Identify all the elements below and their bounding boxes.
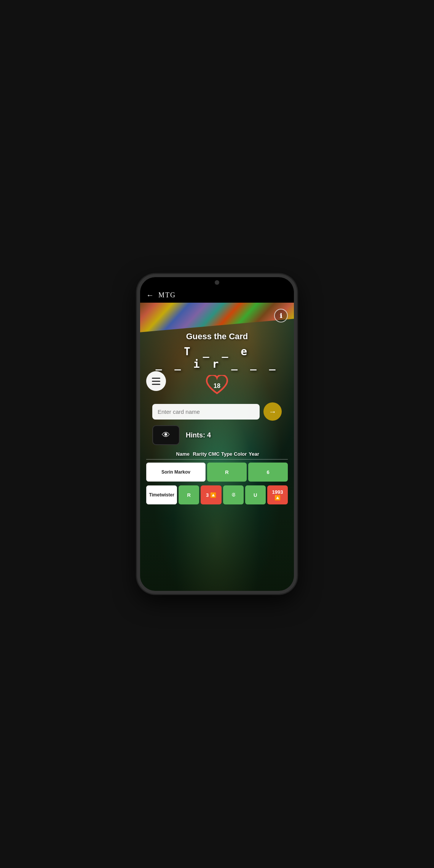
eye-button[interactable]: 👁	[152, 425, 180, 445]
heart-container: 18	[206, 375, 228, 397]
table-header: Name Rarity CMC Type Color Year	[174, 451, 260, 457]
table-row: Timetwister R 3 🔼 𝔖 U 1993 �	[146, 485, 288, 504]
cell-time-year: 1993 🔼	[267, 485, 288, 504]
phone-inner: ← MTG ℹ Guess the Card	[140, 277, 294, 591]
status-bar	[140, 277, 294, 288]
heart-count: 18	[214, 383, 220, 389]
submit-button[interactable]: →	[263, 402, 282, 421]
hamburger-line-3	[152, 384, 160, 385]
hints-text: Hints: 4	[186, 431, 211, 439]
app-title: MTG	[158, 291, 176, 299]
col-header-rarity: Rarity	[193, 451, 207, 457]
word-line-1: T _ _ e	[155, 345, 278, 358]
cell-time-rarity: R	[179, 485, 199, 504]
col-header-cmc: CMC	[208, 451, 220, 457]
table-row: Sorin Markov R 6	[146, 463, 288, 482]
controls-row: 👁 Hints: 4	[152, 425, 282, 445]
table-divider	[146, 459, 288, 460]
main-content: ℹ Guess the Card T _ _ e _ _ i r _ _ _ 1…	[140, 303, 294, 591]
cell-time-cmc: 3 🔼	[201, 485, 221, 504]
eye-icon: 👁	[162, 430, 170, 440]
hamburger-line-1	[152, 378, 160, 379]
word-line-2: _ _ i r _ _ _	[155, 358, 278, 370]
hamburger-line-2	[152, 381, 160, 382]
nav-bar: ← MTG	[140, 288, 294, 303]
input-row: →	[152, 402, 282, 421]
camera-notch	[215, 280, 219, 285]
back-button[interactable]: ←	[146, 291, 154, 300]
cell-sorin-rarity: R	[207, 463, 247, 482]
word-display: T _ _ e _ _ i r _ _ _	[155, 345, 278, 370]
col-header-type: Type	[221, 451, 232, 457]
cell-sorin-name: Sorin Markov	[146, 463, 206, 482]
page-title: Guess the Card	[186, 332, 248, 341]
col-header-color: Color	[234, 451, 247, 457]
phone-frame: ← MTG ℹ Guess the Card	[137, 274, 297, 594]
col-header-name: Name	[174, 451, 191, 457]
heart-icon: 18	[206, 375, 228, 397]
cell-time-name: Timetwister	[146, 485, 177, 504]
cell-time-type: 𝔖	[223, 485, 244, 504]
col-header-year: Year	[248, 451, 260, 457]
info-button[interactable]: ℹ	[274, 309, 288, 322]
hamburger-button[interactable]	[146, 371, 166, 391]
cell-time-color: U	[245, 485, 266, 504]
card-name-input[interactable]	[152, 404, 260, 420]
cell-sorin-cmc: 6	[248, 463, 288, 482]
content-overlay: ℹ Guess the Card T _ _ e _ _ i r _ _ _ 1…	[140, 303, 294, 591]
